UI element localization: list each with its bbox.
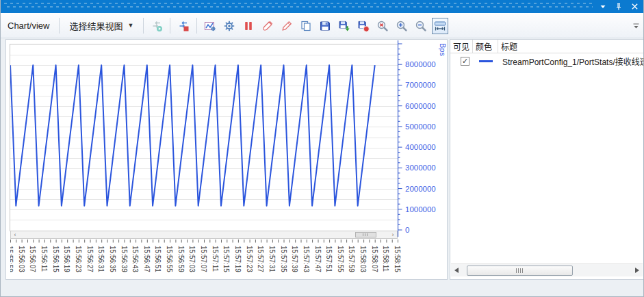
close-button[interactable]: [630, 2, 639, 12]
toolbar-separator: [59, 18, 60, 34]
legend-h-scrollbar[interactable]: [451, 263, 643, 276]
pause-button[interactable]: [240, 18, 257, 34]
zoom-out-button[interactable]: [413, 18, 429, 34]
x-tick-label: 15:57:23: [246, 246, 253, 272]
legend-scrollbar-thumb[interactable]: [467, 266, 573, 276]
column-header-title[interactable]: 标题: [498, 40, 643, 53]
column-header-color[interactable]: 颜色: [473, 40, 498, 53]
svg-text:Bps: Bps: [439, 43, 447, 56]
save-record-button[interactable]: [355, 18, 372, 34]
svg-text:6000000: 6000000: [405, 102, 436, 110]
toolbar-overflow-button[interactable]: [632, 22, 641, 31]
window-titlebar[interactable]: [1, 0, 643, 13]
x-tick-label: 15:56:31: [97, 246, 104, 272]
chart-settings-button[interactable]: [202, 18, 218, 34]
x-tick-label: 15:57:07: [200, 246, 207, 272]
visible-checkbox[interactable]: ✓: [461, 57, 469, 66]
close-icon: [631, 3, 639, 10]
x-tick-label: 15:57:43: [302, 246, 309, 272]
chart-scrollbar-thumb[interactable]: [355, 232, 376, 237]
column-header-visible[interactable]: 可见: [450, 40, 473, 53]
x-tick-label: 15:56:03: [18, 246, 25, 272]
fit-width-button[interactable]: [432, 18, 448, 34]
x-tick-label: 15:58:11: [382, 246, 389, 272]
x-axis-ticks: [10, 240, 407, 244]
toolbar-separator: [196, 18, 197, 34]
settings-button[interactable]: [221, 18, 237, 34]
zoom-reset-icon: [376, 20, 389, 32]
x-tick-label: 15:56:27: [86, 246, 93, 272]
legend-header: 可见 颜色 标题: [450, 40, 643, 53]
start-refresh-button[interactable]: [149, 18, 165, 34]
titlebar-controls: [598, 1, 639, 12]
x-tick-label: 15:58:03: [359, 246, 366, 272]
x-tick-label: 15:57:35: [280, 246, 287, 272]
x-tick-label: 15:56:11: [40, 246, 47, 272]
x-axis-labels: 15:55:5915:56:0315:56:0715:56:1115:56:15…: [10, 244, 414, 277]
x-tick-label: 15:56:23: [75, 246, 81, 272]
series-color-swatch: [479, 60, 493, 62]
x-tick-label: 15:58:15: [394, 246, 400, 272]
chart-line-svg: [10, 44, 398, 231]
x-tick-label: 15:57:03: [188, 246, 195, 272]
clear-chart-button[interactable]: [259, 18, 276, 34]
chevron-down-icon: ▼: [127, 23, 133, 29]
x-tick-label: 15:57:39: [291, 246, 298, 272]
window-menu-button[interactable]: [598, 2, 608, 12]
x-tick-label: 15:56:39: [120, 246, 127, 272]
copy-button[interactable]: [298, 18, 314, 34]
x-tick-label: 15:57:51: [325, 246, 332, 272]
x-tick-label: 15:56:55: [166, 246, 172, 272]
pin-icon: [615, 3, 623, 11]
result-view-dropdown-label: 选择结果视图: [69, 19, 123, 32]
scroll-left-arrow-icon[interactable]: ‹: [11, 231, 19, 238]
x-tick-label: 15:56:15: [52, 246, 59, 272]
sync-stop-icon: [177, 20, 190, 32]
result-view-dropdown[interactable]: 选择结果视图 ▼: [63, 16, 140, 35]
svg-text:2000000: 2000000: [405, 185, 436, 193]
stop-refresh-button[interactable]: [175, 18, 192, 34]
scroll-right-arrow-icon[interactable]: ›: [389, 231, 397, 238]
x-tick-label: 15:57:19: [234, 246, 241, 272]
save-button[interactable]: [317, 18, 333, 34]
scroll-right-arrow-icon[interactable]: [635, 268, 639, 273]
gear-icon: [223, 20, 235, 32]
x-tick-label: 15:57:47: [314, 246, 321, 272]
save-record-icon: [357, 20, 370, 32]
svg-text:5000000: 5000000: [405, 122, 436, 131]
chart-panel: 0100000020000003000000400000050000006000…: [5, 39, 448, 280]
toolbar-overflow-icon: [632, 23, 640, 30]
bottom-strip: [1, 281, 643, 296]
svg-text:8000000: 8000000: [405, 60, 436, 68]
x-tick-label: 15:56:07: [29, 246, 36, 272]
copy-icon: [300, 20, 312, 32]
pencil-icon: [281, 20, 293, 32]
svg-text:7000000: 7000000: [405, 81, 436, 89]
zoom-reset-button[interactable]: [374, 18, 391, 34]
chart-gear-icon: [204, 20, 216, 32]
plot-area[interactable]: [10, 44, 398, 231]
svg-text:0: 0: [405, 226, 409, 234]
scroll-left-arrow-icon[interactable]: [454, 268, 459, 273]
chart-h-scrollbar[interactable]: ‹ ›: [10, 231, 398, 239]
zoom-out-icon: [415, 20, 427, 32]
pin-button[interactable]: [614, 2, 623, 12]
toolbar: Chart/view 选择结果视图 ▼: [1, 13, 643, 38]
zoom-in-button[interactable]: [394, 18, 410, 34]
edit-annotation-button[interactable]: [279, 18, 295, 34]
legend-row[interactable]: ✓StreamPortConfig_1/PortStats/接收线速: [450, 53, 643, 68]
window-menu-icon: [600, 3, 606, 10]
titlebar-grip[interactable]: [4, 3, 593, 10]
legend-rows: ✓StreamPortConfig_1/PortStats/接收线速: [450, 53, 643, 68]
brush-icon: [261, 20, 274, 32]
sync-play-icon: [151, 20, 163, 32]
x-tick-label: 15:57:27: [257, 246, 263, 272]
svg-text:3000000: 3000000: [405, 164, 436, 172]
x-tick-label: 15:57:59: [348, 246, 355, 272]
export-button[interactable]: [336, 18, 352, 34]
x-tick-label: 15:56:43: [131, 246, 138, 272]
x-tick-label: 15:57:31: [268, 246, 275, 272]
svg-text:4000000: 4000000: [405, 143, 436, 151]
x-tick-label: 15:56:47: [143, 246, 150, 272]
zoom-in-icon: [396, 20, 408, 32]
